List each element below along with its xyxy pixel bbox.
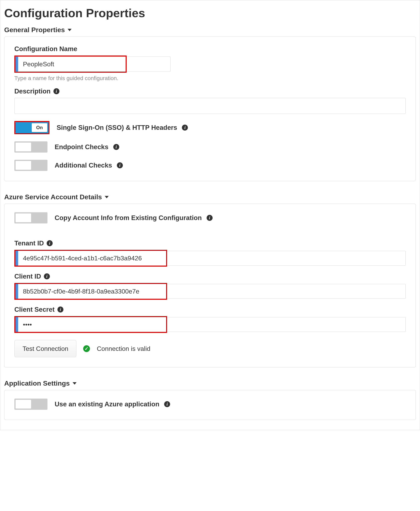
client-id-input[interactable] (15, 284, 166, 299)
info-icon[interactable]: i (117, 162, 123, 168)
azure-account-panel: Copy Account Info from Existing Configur… (4, 204, 416, 367)
info-icon[interactable]: i (207, 215, 213, 221)
endpoint-checks-toggle[interactable] (14, 141, 47, 153)
copy-account-label: Copy Account Info from Existing Configur… (55, 214, 202, 222)
toggle-knob (15, 161, 31, 170)
section-header-appsettings[interactable]: Application Settings (4, 379, 416, 387)
additional-toggle-row: Additional Checks i (14, 160, 406, 171)
section-header-azure-label: Azure Service Account Details (4, 193, 102, 201)
client-id-highlight (14, 283, 167, 300)
app-settings-panel: Use an existing Azure application i (4, 390, 416, 420)
info-icon[interactable]: i (44, 273, 50, 279)
client-secret-highlight (14, 316, 167, 333)
tenant-id-field: Tenant ID i (14, 240, 406, 267)
endpoint-checks-label: Endpoint Checks (55, 143, 108, 151)
test-connection-button[interactable]: Test Connection (14, 340, 76, 357)
toggle-knob (15, 213, 31, 222)
info-icon[interactable]: i (182, 125, 188, 131)
caret-down-icon (105, 196, 109, 198)
config-properties-page: Configuration Properties General Propert… (0, 0, 420, 430)
info-icon[interactable]: i (164, 401, 170, 407)
additional-checks-label: Additional Checks (55, 162, 112, 169)
info-icon[interactable]: i (53, 88, 60, 94)
toggle-knob (15, 400, 31, 409)
check-circle-icon (83, 345, 90, 352)
config-name-label: Configuration Name (14, 45, 406, 53)
general-properties-panel: Configuration Name Type a name for this … (4, 37, 416, 181)
info-icon[interactable]: i (57, 307, 63, 312)
client-id-field: Client ID i (14, 272, 406, 300)
config-name-input-extension[interactable] (127, 56, 171, 72)
section-header-general-label: General Properties (4, 26, 65, 34)
sso-toggle[interactable]: On (15, 122, 48, 133)
endpoint-toggle-row: Endpoint Checks i (14, 141, 406, 153)
description-label: Description (14, 87, 51, 95)
client-id-label: Client ID (14, 272, 41, 280)
additional-checks-toggle[interactable] (14, 160, 47, 171)
use-existing-toggle-row: Use an existing Azure application i (14, 399, 406, 410)
section-header-general[interactable]: General Properties (4, 26, 416, 34)
description-field: Description i (14, 87, 406, 114)
caret-down-icon (73, 382, 77, 385)
client-secret-field: Client Secret i (14, 306, 406, 333)
connection-status-text: Connection is valid (97, 345, 150, 352)
config-name-input[interactable] (15, 56, 126, 72)
copy-account-toggle-row: Copy Account Info from Existing Configur… (14, 212, 406, 224)
client-secret-label: Client Secret (14, 306, 55, 313)
config-name-help: Type a name for this guided configuratio… (14, 75, 406, 81)
caret-down-icon (68, 29, 72, 31)
info-icon[interactable]: i (47, 240, 53, 246)
use-existing-app-toggle[interactable] (14, 399, 47, 410)
tenant-id-label: Tenant ID (14, 240, 44, 247)
section-header-appsettings-label: Application Settings (4, 379, 70, 387)
use-existing-app-label: Use an existing Azure application (55, 400, 159, 408)
tenant-id-highlight (14, 250, 167, 267)
tenant-id-input-extension[interactable] (167, 251, 406, 266)
sso-toggle-label: Single Sign-On (SSO) & HTTP Headers (57, 124, 177, 132)
sso-toggle-row: On Single Sign-On (SSO) & HTTP Headers i (14, 121, 406, 134)
info-icon[interactable]: i (113, 144, 119, 150)
copy-account-toggle[interactable] (14, 212, 47, 224)
tenant-id-input[interactable] (15, 251, 166, 266)
client-secret-input[interactable] (15, 317, 166, 332)
description-input[interactable] (14, 98, 406, 114)
config-name-highlight (14, 55, 127, 73)
page-title: Configuration Properties (4, 6, 416, 20)
config-name-field: Configuration Name Type a name for this … (14, 45, 406, 81)
sso-toggle-highlight: On (14, 121, 49, 134)
toggle-knob: On (32, 123, 47, 132)
client-secret-input-extension[interactable] (167, 317, 406, 332)
test-connection-row: Test Connection Connection is valid (14, 340, 406, 357)
section-header-azure[interactable]: Azure Service Account Details (4, 193, 416, 201)
toggle-knob (15, 143, 31, 151)
client-id-input-extension[interactable] (167, 284, 406, 299)
